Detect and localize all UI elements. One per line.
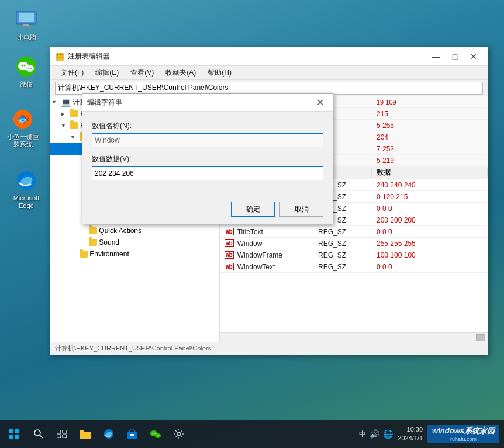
dialog-overlay: 编辑字符串 ✕ 数值名称(N): 数值数据(V): 确定 取消: [0, 0, 504, 448]
svg-rect-21: [9, 435, 13, 439]
svg-point-23: [34, 430, 40, 436]
tray-date: 2024/1/1: [398, 434, 423, 443]
taskbar-item-edge[interactable]: [98, 423, 119, 444]
tray-time: 10:30: [398, 425, 423, 434]
dialog-name-label: 数值名称(N):: [92, 121, 323, 131]
taskbar-items: [51, 423, 189, 444]
tray-keyboard-icon: 中: [359, 429, 366, 439]
svg-rect-30: [80, 430, 84, 433]
taskbar-item-store[interactable]: [122, 423, 143, 444]
taskbar-tray: 中 🔊 🌐 10:30 2024/1/1 windows系统家园 ruhafu.…: [359, 425, 504, 443]
svg-line-24: [40, 435, 43, 438]
tray-icons: 中 🔊 🌐: [359, 429, 393, 439]
svg-rect-25: [57, 430, 61, 433]
edit-string-dialog: 编辑字符串 ✕ 数值名称(N): 数值数据(V): 确定 取消: [82, 93, 333, 224]
svg-rect-20: [15, 429, 19, 433]
dialog-titlebar: 编辑字符串 ✕: [82, 94, 333, 112]
taskbar-search-button[interactable]: [28, 420, 49, 448]
dialog-ok-button[interactable]: 确定: [231, 202, 275, 217]
svg-rect-33: [130, 434, 134, 436]
dialog-data-input[interactable]: [92, 166, 323, 180]
dialog-body: 数值名称(N): 数值数据(V):: [82, 112, 333, 197]
taskbar-item-task-view[interactable]: [51, 423, 73, 444]
svg-point-40: [177, 432, 181, 436]
svg-point-37: [155, 433, 161, 438]
tray-clock: 10:30 2024/1/1: [398, 425, 423, 443]
taskbar-brand: windows系统家园 ruhafu.com: [427, 425, 499, 443]
svg-point-35: [152, 433, 153, 434]
desktop: 此电脑 微信 🐟 小鱼一键重装系统: [0, 0, 504, 448]
svg-rect-28: [63, 435, 67, 438]
dialog-title: 编辑字符串: [87, 98, 312, 107]
taskbar-start-button[interactable]: [0, 420, 28, 448]
taskbar-item-wechat[interactable]: [145, 423, 166, 444]
brand-main-text: windows系统家园: [432, 426, 495, 436]
taskbar-item-settings[interactable]: [168, 423, 189, 444]
brand-sub-text: ruhafu.com: [450, 436, 477, 442]
dialog-close-button[interactable]: ✕: [312, 95, 328, 111]
taskbar-item-file-explorer[interactable]: [75, 423, 96, 444]
svg-point-38: [157, 435, 158, 436]
svg-rect-22: [15, 435, 19, 439]
svg-rect-26: [63, 430, 67, 433]
tray-volume-icon[interactable]: 🔊: [370, 429, 379, 439]
taskbar: 中 🔊 🌐 10:30 2024/1/1 windows系统家园 ruhafu.…: [0, 420, 504, 448]
dialog-cancel-button[interactable]: 取消: [279, 202, 323, 217]
svg-point-36: [154, 433, 156, 434]
svg-point-39: [158, 435, 160, 436]
dialog-data-label: 数值数据(V):: [92, 154, 323, 164]
svg-rect-19: [9, 429, 13, 433]
svg-rect-27: [57, 435, 61, 438]
tray-network-icon[interactable]: 🌐: [383, 429, 393, 439]
dialog-footer: 确定 取消: [82, 197, 333, 224]
dialog-name-input[interactable]: [92, 133, 323, 147]
